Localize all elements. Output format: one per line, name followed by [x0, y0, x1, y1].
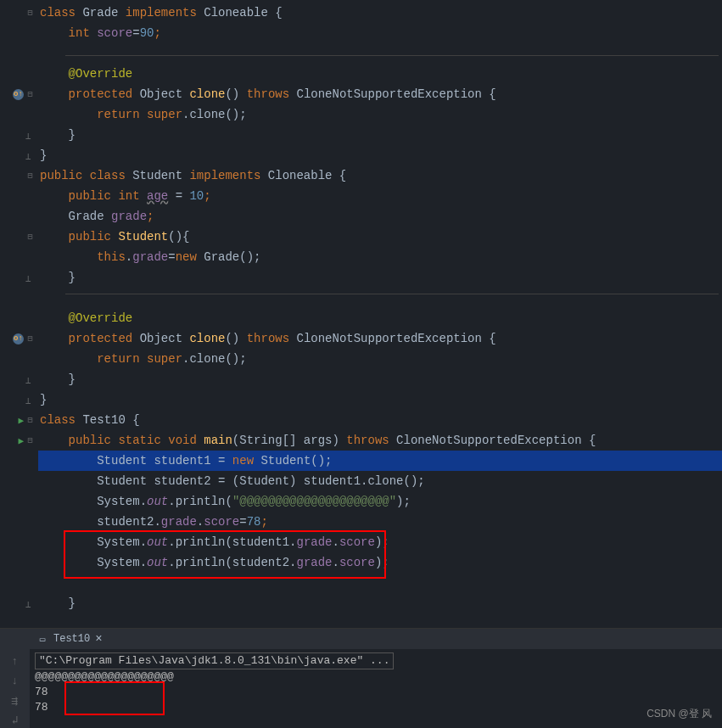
code-text: out — [147, 556, 168, 569]
code-text: } — [69, 596, 76, 610]
filter-icon[interactable]: ⇶ — [8, 694, 23, 708]
code-text: grade — [161, 515, 197, 529]
fold-icon[interactable]: ⊟ — [25, 416, 35, 425]
code-text: public int — [69, 189, 147, 203]
code-editor[interactable]: ⊟ o↑⊟ ⊥ ⊥ ⊟ ⊟ ⊥ o↑⊟ ⊥ ⊥ ▶⊟ ▶⊟ ⊥ class Gr… — [0, 0, 722, 628]
code-text: 90 — [140, 26, 154, 40]
code-text: throws — [247, 87, 297, 101]
terminal-content[interactable]: ▭ Test10 × "C:\Program Files\Java\jdk1.8… — [30, 629, 722, 728]
code-text: (){ — [168, 230, 189, 244]
code-text: () — [225, 332, 246, 345]
code-text: public class — [40, 169, 132, 182]
code-text: return super — [97, 352, 182, 366]
code-text: public — [69, 230, 119, 244]
code-text: ; — [154, 26, 160, 40]
override-icon[interactable]: o↑ — [13, 333, 24, 344]
fold-icon[interactable]: ⊟ — [25, 334, 35, 344]
code-text: () — [225, 87, 246, 101]
code-text: Student student1 = — [97, 454, 232, 468]
code-text: .println( — [168, 495, 232, 508]
code-text: return super — [97, 108, 182, 121]
output-line: @@@@@@@@@@@@@@@@@@@@@ — [35, 669, 717, 685]
code-text: System. — [97, 495, 147, 508]
code-text: = — [168, 189, 189, 203]
code-text: implements — [126, 6, 204, 20]
code-text: clone — [189, 332, 225, 345]
fold-icon[interactable]: ⊟ — [25, 171, 35, 181]
code-text: score — [204, 515, 239, 529]
bracket-close-icon: ⊥ — [25, 599, 35, 608]
fold-icon[interactable]: ⊟ — [25, 8, 35, 18]
terminal-toolbar: ↑ ↓ ⇶ ↲ — [0, 629, 30, 728]
fold-icon[interactable]: ⊟ — [25, 232, 35, 242]
wrap-icon[interactable]: ↲ — [8, 714, 23, 728]
console-icon: ▭ — [36, 633, 48, 645]
code-text: score — [339, 556, 375, 569]
code-text: Student — [118, 230, 168, 244]
code-text: .println(student1. — [168, 535, 296, 549]
code-text: . — [197, 515, 204, 529]
bracket-close-icon: ⊥ — [25, 395, 35, 405]
code-text: = — [132, 26, 139, 40]
code-text: score — [339, 535, 375, 549]
code-text: System. — [97, 535, 147, 549]
code-text: grade — [296, 535, 332, 549]
terminal-tab[interactable]: ▭ Test10 × — [30, 629, 722, 649]
bracket-close-icon: ⊥ — [25, 375, 35, 384]
code-text: CloneNotSupportedException { — [296, 87, 495, 101]
code-text: } — [69, 128, 76, 142]
code-text: ); — [375, 556, 389, 569]
code-text: age — [147, 189, 168, 203]
code-text: 78 — [247, 515, 261, 529]
code-text: @Override — [69, 311, 133, 325]
code-text: main — [204, 434, 232, 447]
close-icon[interactable]: × — [95, 632, 102, 646]
run-icon[interactable]: ▶ — [18, 415, 24, 426]
code-text: . — [333, 535, 339, 549]
code-text: } — [40, 148, 47, 162]
terminal-panel: ↑ ↓ ⇶ ↲ ▭ Test10 × "C:\Program Files\Jav… — [0, 628, 722, 728]
watermark: CSDN @登 风 — [646, 707, 712, 721]
code-text: (String[] args) — [232, 434, 346, 447]
gutter: ⊟ o↑⊟ ⊥ ⊥ ⊟ ⊟ ⊥ o↑⊟ ⊥ ⊥ ▶⊟ ▶⊟ ⊥ — [0, 0, 38, 628]
code-text: grade — [111, 210, 147, 223]
code-text: ); — [375, 535, 389, 549]
code-text: clone — [189, 87, 225, 101]
arrow-down-icon[interactable]: ↓ — [8, 674, 23, 688]
code-text: Grade — [69, 210, 111, 223]
code-text: student2. — [97, 515, 161, 529]
code-text: Grade — [82, 6, 125, 20]
code-text: ; — [147, 210, 154, 223]
code-text: = — [168, 250, 175, 264]
code-text: new — [232, 454, 261, 468]
code-text: this — [97, 250, 126, 264]
override-icon[interactable]: o↑ — [13, 89, 24, 100]
code-text: Object — [140, 87, 190, 101]
fold-icon[interactable]: ⊟ — [25, 90, 35, 99]
code-text: .clone(); — [182, 352, 247, 366]
code-text: Student student2 = (Student) student1.cl… — [97, 474, 424, 488]
output-line: 78 — [35, 700, 717, 715]
code-text: Cloneable { — [204, 6, 282, 20]
code-text: CloneNotSupportedException { — [296, 332, 495, 345]
code-text: class — [40, 6, 82, 20]
code-text: Cloneable { — [268, 169, 346, 182]
code-text: System. — [97, 556, 147, 569]
code-text: ; — [261, 515, 268, 529]
code-text: CloneNotSupportedException { — [396, 434, 596, 447]
code-text: grade — [132, 250, 168, 264]
terminal-output: "C:\Program Files\Java\jdk1.8.0_131\bin\… — [30, 649, 722, 719]
code-text: out — [147, 535, 168, 549]
code-text: @Override — [69, 67, 133, 81]
run-icon[interactable]: ▶ — [18, 435, 24, 446]
code-text: ; — [204, 189, 210, 203]
code-text: } — [69, 271, 76, 284]
output-line: 78 — [35, 685, 717, 700]
fold-icon[interactable]: ⊟ — [25, 436, 35, 445]
code-text: Object — [140, 332, 190, 345]
code-text: class — [40, 413, 82, 427]
arrow-up-icon[interactable]: ↑ — [8, 654, 23, 669]
code-text: protected — [69, 87, 140, 101]
code-text: .println(student2. — [168, 556, 296, 569]
code-content[interactable]: class Grade implements Cloneable { int s… — [38, 0, 722, 628]
